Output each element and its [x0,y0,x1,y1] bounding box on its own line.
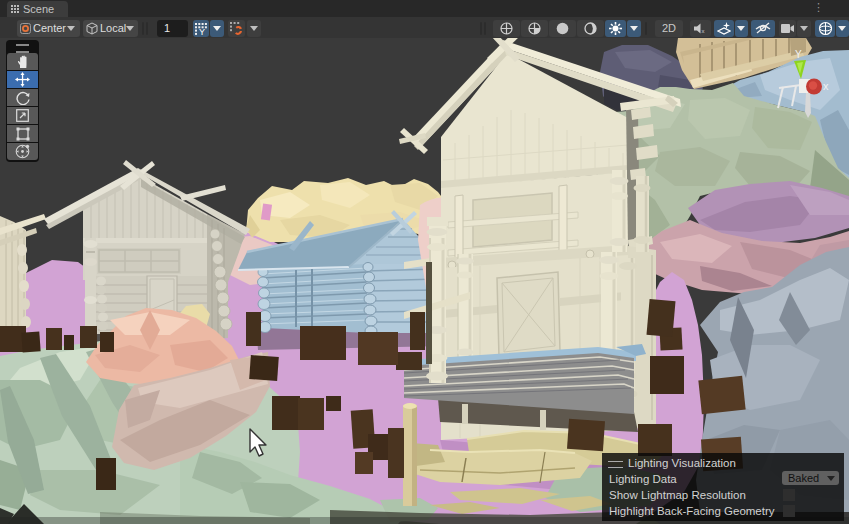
svg-text:x: x [823,80,829,92]
svg-text:Y: Y [795,49,802,60]
svg-text:Y: Y [199,27,205,35]
svg-text:x: x [702,28,705,34]
